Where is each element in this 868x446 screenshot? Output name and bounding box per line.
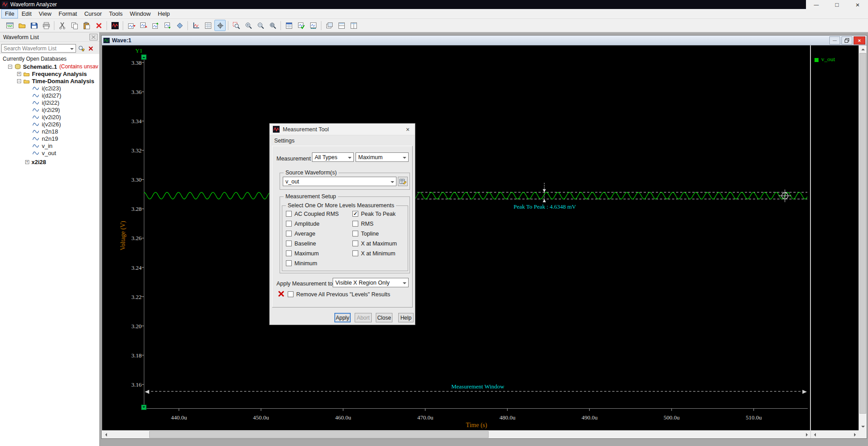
checkbox-label[interactable]: Minimum [294,260,317,267]
dialog-close-button[interactable]: × [401,124,415,135]
close-button[interactable]: Close [376,313,392,322]
axis-bottom-handle[interactable] [141,405,147,410]
checkbox[interactable] [286,260,292,266]
level-option-row[interactable]: RMS [352,221,397,227]
tree-signal-row[interactable]: i(v2i20) [0,113,99,120]
level-option-row[interactable]: Amplitude [286,221,339,227]
level-option-row[interactable]: X at Minimum [352,250,397,256]
level-option-row[interactable]: Average [286,231,339,236]
tree-signal-row[interactable]: v_out [0,149,99,156]
legend-scroll-right-button[interactable] [851,431,859,438]
apply-to-combo[interactable]: Visible X Region Only [333,278,409,287]
search-button[interactable] [77,44,85,53]
legend-scroll-left-button[interactable] [811,431,818,438]
tree-signal-row[interactable]: n2n19 [0,135,99,142]
print-button[interactable] [40,20,52,31]
tree-node-subckt[interactable]: x2i28 [25,158,46,165]
scroll-right-button[interactable] [803,431,810,438]
tree-signal-row[interactable]: i(v2i26) [0,120,99,128]
measurement-function-combo[interactable]: Maximum [356,152,409,162]
level-option-row[interactable]: Topline [352,231,397,236]
dialog-title-bar[interactable]: Measurement Tool × [270,124,415,135]
checkbox[interactable] [352,221,358,227]
move-wave-up-button[interactable] [150,20,161,31]
remove-results-label[interactable]: Remove All Previous "Levels" Results [296,291,390,298]
checkbox[interactable] [286,211,292,217]
tree-signal-row[interactable]: i(l2i22) [0,99,99,106]
source-waveform-combo[interactable]: v_out [283,177,396,186]
copy-button[interactable] [69,20,80,31]
checkbox-label[interactable]: Topline [361,231,379,237]
analyzer-home-button[interactable] [109,20,120,31]
tree-node-schematic[interactable]: Schematic.1 (Contains unsav [8,63,98,70]
delete-button[interactable] [93,20,104,31]
cascade-windows-button[interactable] [324,20,335,31]
move-wave-down-button[interactable] [162,20,173,31]
level-option-row[interactable]: ✓ Peak To Peak [352,211,397,217]
search-input[interactable]: Search Waveform List [1,44,76,53]
checkbox[interactable] [286,250,292,256]
checkbox-label[interactable]: Baseline [294,241,316,247]
checkbox-label[interactable]: X at Minimum [361,250,395,257]
legend-signal-label[interactable]: v_out [821,56,835,63]
menu-view[interactable]: View [36,9,54,18]
new-axis-button[interactable] [190,20,201,31]
level-option-row[interactable]: X at Maximum [352,241,397,246]
new-waveform-window-button[interactable] [4,20,15,31]
wave-window-title-bar[interactable]: Wave:1 — × [102,36,867,45]
level-option-row[interactable]: Minimum [286,260,339,266]
axis-top-handle[interactable] [141,54,147,60]
checkbox-label[interactable]: Average [294,231,315,237]
checkbox-label[interactable]: Peak To Peak [361,211,396,217]
apply-button[interactable]: Apply [334,313,351,322]
tree-signal-row[interactable]: v_in [0,142,99,149]
measurement-type-combo[interactable]: All Types [312,152,354,162]
horizontal-scroll-thumb[interactable] [149,431,489,438]
measurement-tool-button[interactable] [307,20,319,31]
wave-close-button[interactable]: × [854,36,865,45]
maximize-button[interactable]: □ [827,0,847,9]
menu-window[interactable]: Window [127,9,154,18]
menu-cursor[interactable]: Cursor [81,9,105,18]
vertical-scrollbar[interactable] [859,45,867,430]
zoom-out-button[interactable] [255,20,266,31]
save-button[interactable] [28,20,40,31]
tile-vertical-button[interactable] [348,20,359,31]
tree-node-frequency-analysis[interactable]: Frequency Analysis [17,70,87,77]
zoom-in-button[interactable] [243,20,254,31]
clear-search-button[interactable] [86,44,95,53]
checkbox[interactable] [352,241,358,246]
checkbox-label[interactable]: X at Maximum [361,241,397,247]
zoom-full-button[interactable] [267,20,278,31]
scroll-left-button[interactable] [102,431,109,438]
tree-signal-row[interactable]: n2n18 [0,128,99,135]
wave-minimize-button[interactable]: — [829,36,840,45]
checkbox-label[interactable]: AC Coupled RMS [294,211,339,217]
help-button[interactable]: Help [398,313,414,322]
checkbox[interactable]: ✓ [352,211,358,217]
legend-scrollbar[interactable] [810,430,859,438]
scroll-down-button[interactable] [859,423,867,430]
checkbox-label[interactable]: Amplitude [294,221,320,227]
track-cursor-button[interactable] [214,20,226,31]
paste-button[interactable] [81,20,92,31]
checkbox-label[interactable]: Maximum [294,250,319,257]
horizontal-scrollbar[interactable] [102,430,810,438]
wave-restore-button[interactable] [841,36,852,45]
zoom-area-button[interactable] [231,20,242,31]
tile-horizontal-button[interactable] [336,20,347,31]
tree-node-time-domain-analysis[interactable]: Time-Domain Analysis [17,77,94,85]
checkbox[interactable] [286,241,292,246]
menu-file[interactable]: File [2,9,18,18]
close-button[interactable]: × [847,0,868,9]
scroll-up-button[interactable] [859,45,867,53]
checkbox-label[interactable]: RMS [361,221,374,227]
collapse-expander-icon[interactable] [8,65,12,69]
snap-to-data-button[interactable] [174,20,185,31]
menu-edit[interactable]: Edit [18,9,35,18]
level-option-row[interactable]: Baseline [286,241,339,246]
checkbox[interactable] [286,231,292,236]
checkbox[interactable] [352,231,358,236]
open-database-button[interactable] [16,20,27,31]
waveform-selector-button[interactable] [398,177,408,186]
